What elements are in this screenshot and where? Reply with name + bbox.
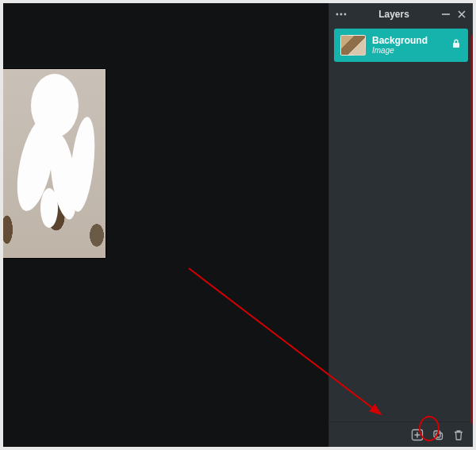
svg-point-2: [344, 13, 347, 16]
svg-rect-3: [442, 13, 450, 15]
svg-rect-7: [436, 433, 443, 439]
panel-menu-icon[interactable]: [336, 9, 347, 20]
app-frame: Layers Background Image: [3, 3, 473, 447]
svg-point-0: [336, 13, 339, 16]
layer-name: Background: [372, 36, 444, 46]
layer-text: Background Image: [372, 36, 444, 55]
panel-title: Layers: [353, 9, 435, 20]
panel-footer: [329, 421, 473, 447]
delete-layer-button[interactable]: [452, 429, 465, 441]
layers-panel: Layers Background Image: [328, 3, 473, 447]
minimize-icon[interactable]: [441, 10, 451, 19]
layer-thumbnail: [340, 35, 366, 56]
canvas-area[interactable]: [3, 3, 328, 447]
canvas-image[interactable]: [3, 68, 106, 259]
add-layer-button[interactable]: [411, 429, 424, 441]
layer-type: Image: [372, 46, 444, 55]
duplicate-layer-button[interactable]: [432, 429, 444, 441]
svg-rect-4: [453, 43, 459, 48]
panel-header: Layers: [329, 3, 473, 25]
svg-point-1: [340, 13, 343, 16]
annotation-edge: [470, 35, 474, 424]
svg-rect-6: [434, 431, 440, 437]
close-icon[interactable]: [457, 10, 466, 19]
layer-item-background[interactable]: Background Image: [334, 29, 468, 62]
lock-icon[interactable]: [451, 38, 462, 52]
layer-list: Background Image: [329, 25, 473, 421]
